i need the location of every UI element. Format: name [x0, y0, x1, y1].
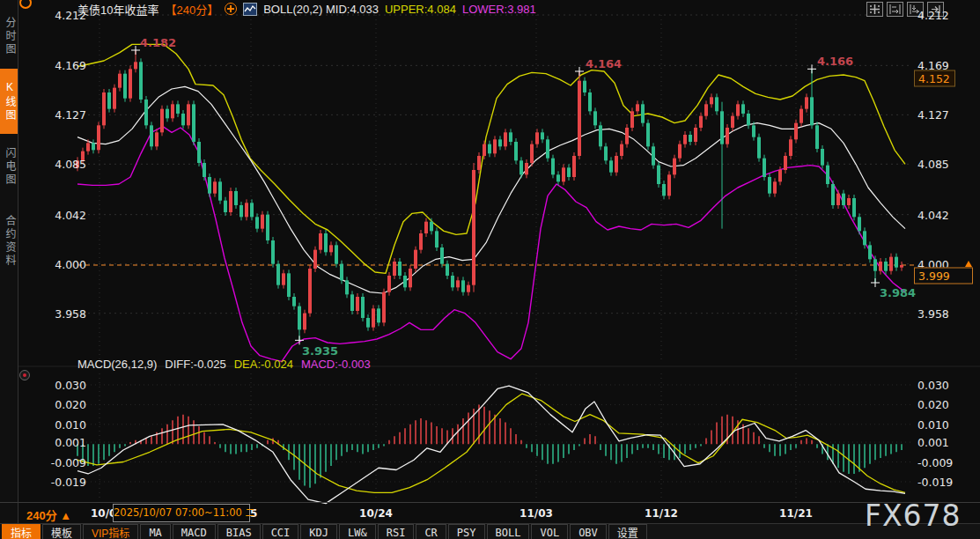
price-chart-canvas[interactable] [0, 0, 980, 539]
time-axis-row: 240分 ▲ 10/0510/2411/0311/1211/21 2025/10… [0, 502, 980, 524]
price-axis-label: 4.085 [917, 158, 949, 171]
candle-body [794, 123, 798, 140]
candle-body [366, 318, 370, 328]
candle-body [303, 314, 306, 330]
current-price-badge: 3.999 [914, 267, 973, 284]
candle-body [578, 81, 581, 156]
chart-type-icon[interactable] [243, 3, 257, 16]
instrument-title: 美债10年收益率 [77, 1, 158, 18]
candle-body [609, 160, 613, 172]
candle-body [361, 297, 365, 318]
candle-body [224, 201, 227, 212]
macd-axis-label: -0.019 [35, 475, 86, 488]
candle-body [726, 128, 729, 144]
indicator-menu-item[interactable]: 模板 [42, 524, 81, 539]
candle-body [187, 104, 190, 125]
candle-body [805, 97, 808, 108]
price-annotation: 3.984 [880, 286, 916, 299]
indicator-menu-item[interactable]: PSY [448, 524, 485, 539]
candle-body [409, 269, 412, 287]
indicator-menu-item[interactable]: VIP指标 [83, 524, 138, 539]
indicator-menu-item[interactable]: KDJ [300, 524, 337, 539]
candle-body [419, 233, 423, 250]
sidebar-tab-inactive[interactable]: 分时图 [0, 4, 18, 69]
candle-body [625, 128, 629, 144]
sidebar-tab-inactive[interactable]: 合约资料 [0, 199, 18, 284]
macd-panel-icon[interactable] [19, 370, 30, 380]
indicator-menu-item[interactable]: MACD [173, 524, 216, 539]
candle-body [377, 308, 380, 322]
macd-axis-label: 0.020 [35, 398, 86, 411]
candle-body [467, 285, 470, 292]
candle-body [171, 104, 174, 118]
candle-body [181, 114, 185, 125]
candle-body [667, 174, 671, 196]
candle-body [261, 215, 264, 229]
fit-horizontal-icon[interactable] [887, 2, 903, 17]
candle-body [472, 170, 475, 285]
candle-body [229, 191, 232, 212]
candle-body [97, 125, 100, 150]
candle-body [340, 264, 343, 281]
candle-body [599, 125, 602, 146]
indicator-menu-item[interactable]: 设置 [608, 524, 647, 539]
candle-body [683, 135, 687, 144]
macd-macd-value: MACD:-0.003 [301, 358, 371, 371]
indicator-menu-item[interactable]: VOL [531, 524, 568, 539]
candle-body [350, 294, 354, 311]
price-axis-label: 4.042 [917, 208, 949, 221]
candle-body [107, 92, 111, 109]
candle-body [245, 203, 248, 217]
candle-body [768, 177, 771, 194]
macd-axis-label: 0.020 [917, 398, 949, 411]
candle-body [535, 132, 539, 144]
indicator-menu-item[interactable]: CCI [262, 524, 299, 539]
candle-body [593, 111, 597, 125]
candle-body [821, 149, 824, 166]
candle-body [203, 163, 206, 177]
macd-axis-label: -0.009 [35, 455, 86, 469]
sidebar-tab-active[interactable]: K线图 [0, 69, 18, 134]
bar-time-tooltip: 2025/10/07 07:00~11:00 二 [113, 504, 250, 522]
candle-body [255, 217, 259, 228]
candle-body [662, 184, 666, 196]
indicator-menu-item[interactable]: 指标 [2, 524, 41, 539]
indicator-menu-item[interactable]: BIAS [217, 524, 261, 539]
period-selector-button[interactable]: 240分 ▲ [26, 506, 71, 523]
price-annotation: 4.164 [586, 57, 622, 70]
candle-body [858, 217, 861, 231]
indicator-menu-item[interactable]: LW& [339, 524, 376, 539]
candle-body [657, 166, 660, 184]
candle-body [92, 143, 95, 150]
candle-body [525, 163, 528, 174]
macd-axis-label: 0.030 [35, 378, 86, 391]
indicator-menu-item[interactable]: CR [416, 524, 446, 539]
candle-body [678, 144, 682, 159]
candle-body [403, 276, 407, 287]
candle-body [514, 142, 518, 160]
price-axis-label: 4.042 [35, 208, 86, 221]
indicator-menu-item[interactable]: RSI [378, 524, 415, 539]
chart-title-bar: 美债10年收益率 【240分】 BOLL(20,2) MID:4.033 UPP… [77, 2, 536, 16]
candle-body [102, 92, 106, 125]
indicator-menu-item[interactable]: BOLL [487, 524, 530, 539]
candle-body [556, 174, 560, 181]
add-indicator-icon[interactable] [225, 3, 237, 15]
candle-body [308, 269, 312, 314]
boll-upper-line [77, 44, 905, 273]
time-axis-label: 11/21 [779, 507, 813, 520]
candle-body [630, 111, 634, 128]
price-annotation: 4.182 [140, 36, 176, 49]
candle-body [736, 104, 740, 115]
indicator-menu-item[interactable]: OBV [570, 524, 607, 539]
candle-body [641, 104, 645, 122]
indicator-menu-item[interactable]: MA [140, 524, 170, 539]
candle-body [134, 62, 137, 69]
candle-body [498, 139, 502, 146]
candle-body [393, 262, 396, 276]
macd-axis-label: 0.010 [35, 417, 86, 431]
candle-body [895, 257, 898, 268]
move-icon[interactable] [866, 2, 883, 17]
sidebar-tab-inactive[interactable]: 闪电图 [0, 134, 18, 199]
candle-body [335, 245, 338, 263]
